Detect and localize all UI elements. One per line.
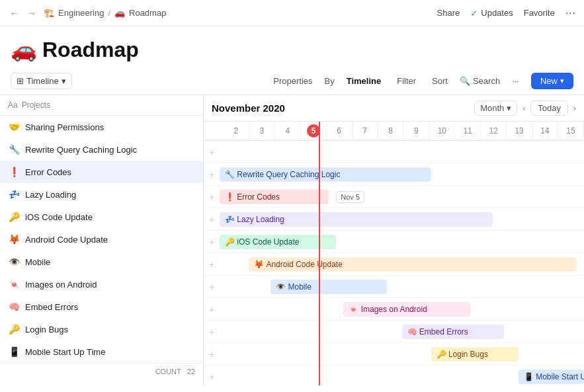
project-row-ios[interactable]: 🔑 iOS Code Update xyxy=(0,206,203,228)
bar-ios[interactable]: 🔑 iOS Code Update xyxy=(220,235,336,249)
bar-images-emoji: 🍬 xyxy=(349,305,358,314)
add-mobile[interactable]: + xyxy=(204,282,220,292)
project-row-login[interactable]: 🔑 Login Bugs xyxy=(0,318,203,340)
share-button[interactable]: Share xyxy=(437,8,460,18)
bar-container-error: ❗ Error Codes Nov 5 xyxy=(220,186,584,208)
bar-container-images: 🍬 Images on Android xyxy=(220,298,584,320)
project-row-embed[interactable]: 🧠 Embed Errors xyxy=(0,295,203,318)
bar-mobile[interactable]: 👁️ Mobile xyxy=(271,280,387,294)
favorite-button[interactable]: Favorite xyxy=(524,8,555,18)
bar-android[interactable]: 🦊 Android Code Update xyxy=(249,257,577,272)
month-nav: Month ▾ ‹ Today › xyxy=(474,100,576,116)
month-selector[interactable]: Month ▾ xyxy=(474,100,517,116)
lazy-emoji: 💤 xyxy=(8,189,20,200)
calendar-area: 2 3 4 5 6 7 8 9 10 11 12 13 14 15 xyxy=(204,122,584,385)
breadcrumb-icon-roadmap: 🚗 xyxy=(114,8,125,18)
breadcrumb-separator: / xyxy=(108,8,110,18)
bar-container-sharing xyxy=(220,141,584,163)
month-chevron-icon: ▾ xyxy=(507,103,511,113)
day-11: 11 xyxy=(455,122,481,140)
bar-rewrite[interactable]: 🔧 Rewrite Query Caching Logic xyxy=(220,167,431,182)
add-embed[interactable]: + xyxy=(204,327,220,337)
add-mobile-startup[interactable]: + xyxy=(204,372,220,382)
bar-container-rewrite: 🔧 Rewrite Query Caching Logic xyxy=(220,163,584,185)
tl-row-android: + 🦊 Android Code Update xyxy=(204,253,584,276)
add-lazy[interactable]: + xyxy=(204,214,220,225)
android-emoji: 🦊 xyxy=(8,234,20,245)
bar-container-embed: 🧠 Embed Errors xyxy=(220,321,584,342)
project-row-mobile[interactable]: 👁️ Mobile xyxy=(0,251,203,273)
breadcrumb-roadmap[interactable]: Roadmap xyxy=(129,8,166,18)
day-4: 4 xyxy=(275,122,301,140)
sort-button[interactable]: Sort xyxy=(428,73,452,89)
mobile-emoji: 👁️ xyxy=(8,256,20,267)
add-images[interactable]: + xyxy=(204,304,220,315)
back-button[interactable]: ← xyxy=(8,7,21,20)
bar-container-mobile: 👁️ Mobile xyxy=(220,276,584,297)
rewrite-emoji: 🔧 xyxy=(8,144,20,155)
day-14: 14 xyxy=(532,122,558,140)
bar-error[interactable]: ❗ Error Codes xyxy=(220,190,329,204)
aa-icon: Aa xyxy=(8,100,18,110)
breadcrumb-engineering[interactable]: Engineering xyxy=(58,8,104,18)
bar-lazy[interactable]: 💤 Lazy Loading xyxy=(220,212,493,227)
bar-mobile-startup-emoji: 📱 xyxy=(524,372,534,381)
toolbar-left: ⊞ Timeline ▾ xyxy=(11,73,72,89)
bar-container-login: 🔑 Login Bugs xyxy=(220,343,584,365)
embed-emoji: 🧠 xyxy=(8,301,20,312)
project-row-rewrite[interactable]: 🔧 Rewrite Query Caching Logic xyxy=(0,138,203,161)
view-selector[interactable]: ⊞ Timeline ▾ xyxy=(11,73,72,89)
sharing-emoji: 🤝 xyxy=(8,122,20,132)
toolbar-more-button[interactable]: ··· xyxy=(508,73,523,89)
bar-login[interactable]: 🔑 Login Bugs xyxy=(431,347,519,362)
bar-mobile-emoji: 👁️ xyxy=(276,282,286,292)
add-android[interactable]: + xyxy=(204,259,220,270)
add-ios[interactable]: + xyxy=(204,237,220,247)
properties-button[interactable]: Properties xyxy=(269,73,316,89)
timeline-header: November 2020 Month ▾ ‹ Today › xyxy=(204,95,584,122)
day-9: 9 xyxy=(403,122,429,140)
error-tooltip: Nov 5 xyxy=(336,191,364,203)
bar-rewrite-emoji: 🔧 xyxy=(225,170,235,179)
tl-row-login: + 🔑 Login Bugs xyxy=(204,343,584,366)
new-button[interactable]: New ▾ xyxy=(531,73,573,89)
project-row-images[interactable]: 🍬 Images on Android xyxy=(0,273,203,295)
new-caret-icon: ▾ xyxy=(560,77,564,85)
add-login[interactable]: + xyxy=(204,349,220,360)
add-rewrite[interactable]: + xyxy=(204,169,220,180)
search-button[interactable]: 🔍 Search xyxy=(460,76,500,86)
bar-login-emoji: 🔑 xyxy=(437,350,446,359)
mobile-startup-emoji: 📱 xyxy=(8,346,20,357)
bar-images[interactable]: 🍬 Images on Android xyxy=(343,302,471,317)
search-icon: 🔍 xyxy=(460,76,470,86)
images-emoji: 🍬 xyxy=(8,279,20,290)
today-button[interactable]: Today xyxy=(530,100,568,116)
updates-button[interactable]: ✓ Updates xyxy=(470,8,513,19)
project-row-mobile-startup[interactable]: 📱 Mobile Start Up Time xyxy=(0,340,203,363)
left-panel: Aa Projects 🤝 Sharing Permissions 🔧 Rewr… xyxy=(0,95,204,385)
forward-button[interactable]: → xyxy=(25,7,38,20)
next-month-button[interactable]: › xyxy=(573,104,576,113)
tl-row-mobile: + 👁️ Mobile xyxy=(204,276,584,298)
project-row-android[interactable]: 🦊 Android Code Update xyxy=(0,228,203,251)
project-row-sharing[interactable]: 🤝 Sharing Permissions xyxy=(0,116,203,138)
day-5: 5 xyxy=(301,122,327,140)
tl-row-error: + ❗ Error Codes Nov 5 xyxy=(204,186,584,208)
timeline-view-button[interactable]: Timeline xyxy=(343,73,386,89)
bar-embed[interactable]: 🧠 Embed Errors xyxy=(402,325,504,339)
bar-ios-emoji: 🔑 xyxy=(225,237,235,247)
day-2: 2 xyxy=(224,122,249,140)
nav-arrows: ← → xyxy=(8,7,38,20)
add-sharing[interactable]: + xyxy=(204,147,220,157)
more-menu-button[interactable]: ··· xyxy=(565,7,576,19)
breadcrumb-icon-engineering: 🏗️ xyxy=(44,8,54,18)
error-emoji: ❗ xyxy=(8,167,20,177)
add-error[interactable]: + xyxy=(204,192,220,202)
bar-embed-emoji: 🧠 xyxy=(407,327,417,336)
bar-mobile-startup[interactable]: 📱 Mobile Start Up Time xyxy=(519,370,584,384)
project-row-lazy[interactable]: 💤 Lazy Loading xyxy=(0,183,203,206)
breadcrumb: 🏗️ Engineering / 🚗 Roadmap xyxy=(44,8,166,18)
project-row-error[interactable]: ❗ Error Codes xyxy=(0,161,203,183)
filter-button[interactable]: Filter xyxy=(393,73,420,89)
prev-month-button[interactable]: ‹ xyxy=(522,104,525,113)
